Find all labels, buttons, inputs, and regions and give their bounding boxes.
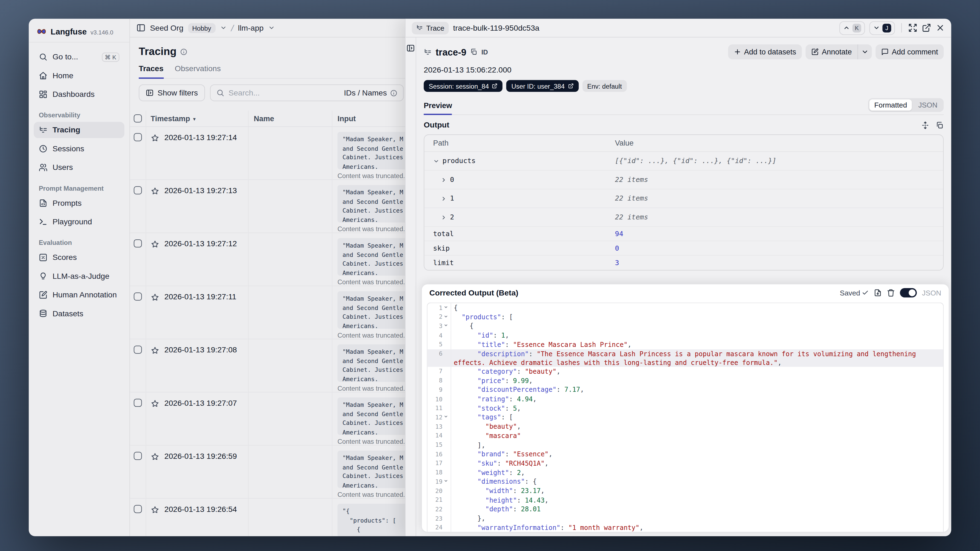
- project-name[interactable]: llm-app: [238, 24, 264, 32]
- unfold-vertical-icon[interactable]: [921, 121, 929, 129]
- star-icon[interactable]: [151, 400, 159, 408]
- code-line[interactable]: 2 "products": [: [427, 312, 943, 322]
- row-checkbox[interactable]: [134, 452, 142, 460]
- output-row[interactable]: limit3: [424, 256, 943, 270]
- chevron-right-icon[interactable]: [441, 214, 447, 220]
- close-icon[interactable]: [935, 23, 945, 33]
- tab-observations[interactable]: Observations: [175, 64, 221, 78]
- star-icon[interactable]: [151, 452, 159, 461]
- info-icon[interactable]: [180, 48, 188, 56]
- sidebar-item-datasets[interactable]: Datasets: [33, 306, 124, 322]
- sidebar-item-prompts[interactable]: Prompts: [33, 195, 124, 211]
- org-name[interactable]: Seed Org: [150, 24, 183, 32]
- code-line[interactable]: 20 "width": 23.17,: [427, 486, 943, 495]
- fold-chevron-icon[interactable]: [442, 312, 449, 322]
- fold-chevron-icon[interactable]: [442, 322, 449, 331]
- code-line[interactable]: 14 "mascara": [427, 431, 943, 441]
- next-trace-button[interactable]: J: [869, 21, 895, 35]
- code-line[interactable]: 21 "height": 14.43,: [427, 495, 943, 505]
- code-line[interactable]: 18 "weight": 2,: [427, 468, 943, 477]
- timestamp-column-header[interactable]: Timestamp ▼: [151, 114, 197, 123]
- trash-icon[interactable]: [887, 289, 895, 297]
- name-column-header[interactable]: Name: [254, 114, 274, 123]
- code-line[interactable]: 10 "rating": 4.94,: [427, 394, 943, 403]
- output-row[interactable]: 222 items: [424, 208, 943, 227]
- chevron-right-icon[interactable]: [441, 195, 447, 202]
- copy-icon[interactable]: [470, 48, 477, 56]
- sidebar-item-users[interactable]: Users: [33, 159, 124, 175]
- star-icon[interactable]: [151, 240, 159, 249]
- row-checkbox[interactable]: [134, 505, 142, 513]
- code-line[interactable]: 19 "dimensions": {: [427, 477, 943, 486]
- prev-trace-button[interactable]: K: [839, 21, 865, 35]
- format-json-option[interactable]: JSON: [913, 99, 942, 110]
- row-checkbox[interactable]: [134, 133, 142, 142]
- code-line[interactable]: 23 },: [427, 514, 943, 523]
- output-row[interactable]: total94: [424, 227, 943, 241]
- code-line[interactable]: 8 "price": 9.99,: [427, 376, 943, 385]
- code-line[interactable]: 5 "title": "Essence Mascara Lash Prince"…: [427, 340, 943, 349]
- fold-chevron-icon[interactable]: [442, 303, 449, 312]
- code-line[interactable]: 13 "beauty",: [427, 422, 943, 431]
- code-line[interactable]: 9 "discountPercentage": 7.17,: [427, 385, 943, 395]
- add-to-datasets-button[interactable]: Add to datasets: [728, 44, 802, 59]
- search-mode-selector[interactable]: IDs / Names: [344, 88, 398, 97]
- json-toggle[interactable]: [900, 288, 917, 298]
- row-checkbox[interactable]: [134, 346, 142, 354]
- trace-badge[interactable]: Session: session_84: [424, 80, 503, 92]
- star-icon[interactable]: [151, 134, 159, 143]
- org-chevron-down-icon[interactable]: [220, 24, 227, 31]
- star-icon[interactable]: [151, 506, 159, 514]
- output-row[interactable]: products[{"id": ...}, {"id": ...}, {"id"…: [424, 152, 943, 171]
- tab-traces[interactable]: Traces: [139, 64, 164, 79]
- star-icon[interactable]: [151, 187, 159, 196]
- trace-badge[interactable]: Env: default: [582, 80, 627, 92]
- code-line[interactable]: 17 "sku": "RCH45Q1A",: [427, 459, 943, 468]
- row-checkbox[interactable]: [134, 186, 142, 194]
- chevron-down-icon[interactable]: [433, 158, 439, 164]
- panel-expand-icon[interactable]: [406, 44, 415, 53]
- fold-chevron-icon[interactable]: [442, 413, 449, 422]
- save-file-icon[interactable]: [874, 289, 882, 297]
- output-row[interactable]: skip0: [424, 241, 943, 256]
- annotate-button[interactable]: Annotate: [805, 44, 858, 59]
- chevron-right-icon[interactable]: [441, 177, 447, 183]
- go-to-search[interactable]: Go to... ⌘ K: [33, 49, 124, 65]
- code-line[interactable]: 22 "depth": 28.01: [427, 505, 943, 514]
- format-formatted-option[interactable]: Formatted: [869, 99, 912, 110]
- expand-panel-icon[interactable]: [908, 23, 917, 33]
- star-icon[interactable]: [151, 346, 159, 355]
- star-icon[interactable]: [151, 293, 159, 302]
- trace-breadcrumb-chip[interactable]: Trace: [412, 22, 449, 34]
- code-line[interactable]: 15 ],: [427, 440, 943, 449]
- sidebar-item-llm-as-a-judge[interactable]: LLM-as-a-Judge: [33, 268, 124, 284]
- select-all-checkbox[interactable]: [134, 115, 142, 123]
- search-input[interactable]: [228, 88, 339, 97]
- code-line[interactable]: 11 "stock": 5,: [427, 403, 943, 413]
- sidebar-item-sessions[interactable]: Sessions: [33, 141, 124, 157]
- sidebar-item-dashboards[interactable]: Dashboards: [33, 86, 124, 102]
- code-line[interactable]: 6 "description": "The Essence Mascara La…: [427, 349, 943, 367]
- row-checkbox[interactable]: [134, 399, 142, 407]
- code-line[interactable]: 16 "brand": "Essence",: [427, 449, 943, 459]
- sidebar-item-human-annotation[interactable]: Human Annotation: [33, 287, 124, 303]
- sidebar-collapse-icon[interactable]: [136, 23, 146, 33]
- output-row[interactable]: 022 items: [424, 171, 943, 190]
- code-line[interactable]: 12 "tags": [: [427, 413, 943, 422]
- add-comment-button[interactable]: Add comment: [875, 44, 943, 59]
- code-line[interactable]: 7 "category": "beauty",: [427, 367, 943, 376]
- sidebar-item-home[interactable]: Home: [33, 68, 124, 84]
- annotate-menu-button[interactable]: [858, 44, 872, 59]
- open-external-icon[interactable]: [922, 23, 931, 33]
- code-line[interactable]: 3 {: [427, 322, 943, 331]
- code-line[interactable]: 4 "id": 1,: [427, 331, 943, 340]
- project-chevron-down-icon[interactable]: [268, 24, 275, 31]
- sidebar-item-scores[interactable]: Scores: [33, 249, 124, 265]
- sidebar-item-playground[interactable]: Playground: [33, 214, 124, 230]
- input-column-header[interactable]: Input: [337, 114, 356, 123]
- output-row[interactable]: 122 items: [424, 190, 943, 208]
- sidebar-item-tracing[interactable]: Tracing: [33, 122, 124, 138]
- json-editor[interactable]: 1{2 "products": [3 {4 "id": 1,5 "title":…: [427, 303, 943, 532]
- code-line[interactable]: 1{: [427, 303, 943, 312]
- tab-preview[interactable]: Preview: [424, 101, 452, 115]
